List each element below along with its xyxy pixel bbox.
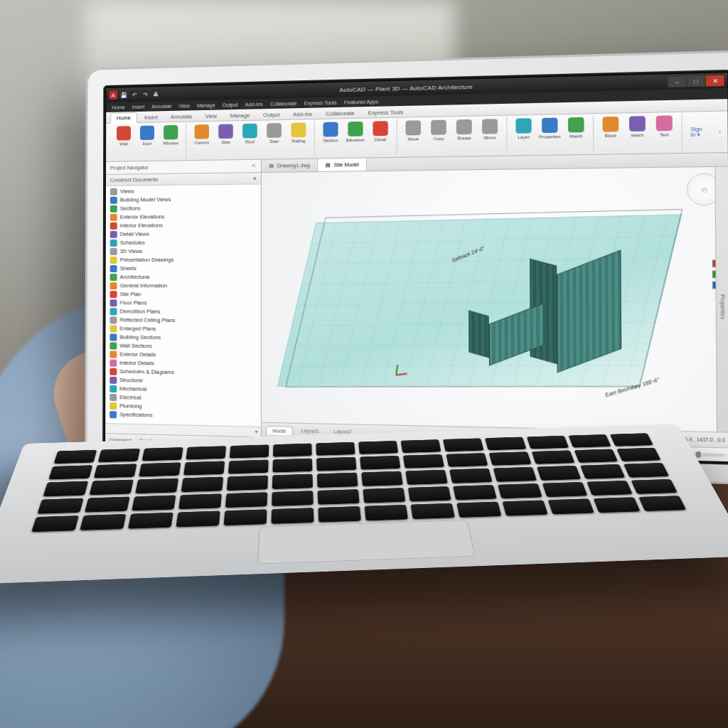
ribbon-button[interactable]: Copy <box>427 119 451 141</box>
detail-icon <box>373 121 387 136</box>
tree-item[interactable]: General Information <box>106 282 261 291</box>
ribbon-button[interactable]: Door <box>136 125 158 146</box>
ribbon-overflow-icon[interactable]: › <box>715 113 725 151</box>
roof-icon <box>242 124 257 139</box>
tree-item[interactable]: Schedules <box>106 238 261 247</box>
tree-item[interactable]: 3D Views <box>106 247 261 256</box>
document-tab[interactable]: ▤ Site Model <box>318 159 368 171</box>
ribbon-button-label: Section <box>323 138 338 143</box>
ribbon-button[interactable]: Elevation <box>344 122 367 143</box>
building-model[interactable] <box>501 247 621 362</box>
project-tree[interactable]: ViewsBuilding Model ViewsSectionsExterio… <box>105 184 261 426</box>
maximize-button[interactable]: □ <box>687 75 705 87</box>
ribbon-button[interactable]: Stair <box>263 123 285 144</box>
laptop-lid: A 💾 ↶ ↷ 🖶 AutoCAD — Plant 3D — AutoCAD A… <box>85 50 728 485</box>
screen-bezel: A 💾 ↶ ↷ 🖶 AutoCAD — Plant 3D — AutoCAD A… <box>102 70 728 465</box>
layer-icon <box>515 118 531 134</box>
tree-item-label: Views <box>120 188 134 196</box>
layout-tab[interactable]: Layout1 <box>296 427 325 435</box>
tree-item[interactable]: Detail Views <box>106 230 261 239</box>
tree-item[interactable]: Sheets <box>106 264 261 273</box>
tree-item-icon <box>110 197 117 204</box>
tree-item-label: Site Plan <box>120 291 141 298</box>
ucs-axis-icon[interactable] <box>396 362 410 375</box>
undo-icon[interactable]: ↶ <box>130 90 139 99</box>
tree-item-label: Sheets <box>120 265 136 272</box>
tree-item[interactable]: Presentation Drawings <box>106 256 261 264</box>
close-button[interactable]: ✕ <box>706 75 724 87</box>
scroll-down-icon[interactable]: ▾ <box>255 429 258 435</box>
ribbon-button[interactable]: Column <box>191 124 213 145</box>
ribbon-button[interactable]: Layer <box>512 118 535 139</box>
ribbon-button[interactable]: Window <box>160 125 181 146</box>
menu-item[interactable]: Insert <box>132 104 145 109</box>
redo-icon[interactable]: ↷ <box>141 90 149 99</box>
tree-item[interactable]: Interior Elevations <box>106 221 261 230</box>
ribbon-tab[interactable]: Output <box>257 110 286 120</box>
ribbon-group: ColumnSlabRoofStairRailing <box>186 121 315 159</box>
tree-item[interactable]: Site Plan <box>106 290 261 299</box>
tree-item-label: Enlarged Plans <box>119 326 156 333</box>
menu-item[interactable]: Collaborate <box>270 100 296 106</box>
tree-item-label: Schedules <box>120 240 145 247</box>
ribbon-button-label: Window <box>163 141 178 146</box>
tree-item-label: Plumbing <box>119 402 141 410</box>
menu-item[interactable]: Output <box>223 102 238 107</box>
chevron-down-icon[interactable]: ▾ <box>254 176 257 181</box>
side-panel-header: Project Navigator ⇱ <box>106 160 262 174</box>
ribbon-tab[interactable]: Collaborate <box>320 108 360 119</box>
model-viewport[interactable]: East Boundary 185'-6" Setback 24'-0" ◴ ⌂ <box>262 167 728 448</box>
tree-item-icon <box>110 257 117 264</box>
menu-item[interactable]: View <box>179 103 190 108</box>
save-icon[interactable]: 💾 <box>119 90 128 99</box>
menu-item[interactable]: Express Tools <box>304 100 337 105</box>
tree-item-label: Demolition Plans <box>119 308 159 315</box>
ribbon-button-label: Block <box>605 133 617 138</box>
ribbon-tab[interactable]: Insert <box>139 112 164 122</box>
ribbon-button[interactable]: Roof <box>239 124 261 144</box>
ribbon-button[interactable]: Mirror <box>478 119 502 140</box>
ribbon-button[interactable]: Properties <box>537 117 562 139</box>
sign-in-link[interactable]: Sign In ▾ <box>682 123 715 141</box>
ribbon-tab[interactable]: Express Tools <box>362 107 410 118</box>
tree-item-label: Schedules & Diagrams <box>119 368 174 376</box>
tree-item-label: Building Sections <box>119 334 161 341</box>
ribbon-button[interactable]: Wall <box>113 126 134 146</box>
railing-icon <box>291 122 306 137</box>
tree-item[interactable]: Architectural <box>106 273 261 282</box>
ribbon-tab[interactable]: Add-Ins <box>287 109 318 119</box>
tree-item-icon <box>110 248 117 255</box>
ribbon-button-label: Roof <box>245 139 255 144</box>
mirror-icon <box>482 119 498 134</box>
ribbon-button[interactable]: Detail <box>369 121 392 142</box>
properties-rail[interactable]: Properties <box>714 167 728 448</box>
tree-item-label: Building Model Views <box>120 196 171 203</box>
ribbon-button[interactable]: Block <box>599 117 623 139</box>
ribbon-tab[interactable]: Manage <box>224 110 255 120</box>
app-menu-button[interactable]: A <box>109 91 117 100</box>
ribbon-button[interactable]: Match <box>564 117 588 139</box>
ribbon-button[interactable]: Hatch <box>625 116 649 138</box>
pin-icon[interactable]: ⇱ <box>252 163 256 168</box>
ribbon-button[interactable]: Rotate <box>452 119 476 141</box>
menu-item[interactable]: Home <box>112 105 125 109</box>
document-tab-label: Drawing1.dwg <box>277 163 310 168</box>
tree-item-icon <box>109 411 117 418</box>
print-icon[interactable]: 🖶 <box>151 90 160 98</box>
ribbon-tab[interactable]: Annotate <box>165 112 198 122</box>
ribbon-button[interactable]: Move <box>402 120 424 141</box>
menu-item[interactable]: Featured Apps <box>344 99 378 105</box>
ribbon-button[interactable]: Slab <box>215 124 237 144</box>
document-tab[interactable]: ▤ Drawing1.dwg <box>262 159 318 173</box>
ribbon-tab[interactable]: View <box>200 111 223 121</box>
menu-item[interactable]: Annotate <box>151 103 171 109</box>
ribbon-button[interactable]: Text <box>652 115 677 137</box>
menu-item[interactable]: Manage <box>197 102 215 108</box>
ribbon-tab-home[interactable]: Home <box>110 112 137 124</box>
menu-item[interactable]: Add-Ins <box>245 101 263 107</box>
model-space-tab[interactable]: Model <box>266 425 292 434</box>
ribbon-button[interactable]: Section <box>319 122 342 143</box>
ribbon-button[interactable]: Railing <box>287 122 309 144</box>
ribbon-button-label: Detail <box>375 137 386 142</box>
minimize-button[interactable]: – <box>668 76 686 87</box>
